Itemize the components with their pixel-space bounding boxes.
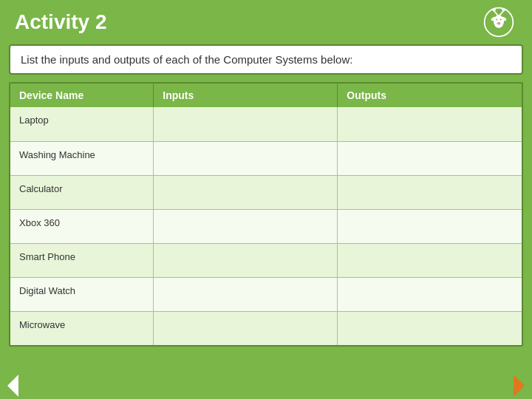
main-content: List the inputs and outputs of each of t… [0, 44, 532, 372]
table-row: Digital Watch [10, 277, 522, 311]
col-header-device: Device Name [10, 83, 154, 107]
prev-button[interactable] [7, 375, 30, 397]
col-header-outputs: Outputs [338, 83, 522, 107]
table-row: Xbox 360 [10, 209, 522, 243]
cell-outputs[interactable] [338, 175, 522, 209]
table-container: Device Name Inputs Outputs LaptopWashing… [9, 82, 523, 347]
header: Activity 2 [0, 0, 532, 44]
cell-inputs[interactable] [154, 311, 338, 345]
table-row: Calculator [10, 175, 522, 209]
next-button[interactable] [502, 375, 525, 397]
cell-inputs[interactable] [154, 175, 338, 209]
instruction-box: List the inputs and outputs of each of t… [9, 44, 523, 75]
instruction-text: List the inputs and outputs of each of t… [21, 53, 352, 66]
table-row: Microwave [10, 311, 522, 345]
cell-device: Xbox 360 [10, 209, 154, 243]
table-header-row: Device Name Inputs Outputs [10, 83, 522, 107]
svg-point-11 [500, 18, 502, 20]
cell-inputs[interactable] [154, 141, 338, 175]
cell-device: Washing Machine [10, 141, 154, 175]
footer [0, 372, 532, 399]
svg-point-12 [497, 22, 500, 25]
table-row: Washing Machine [10, 141, 522, 175]
cell-outputs[interactable] [338, 107, 522, 141]
cell-outputs[interactable] [338, 141, 522, 175]
cell-device: Laptop [10, 107, 154, 141]
col-header-inputs: Inputs [154, 83, 338, 107]
deer-icon [482, 6, 515, 38]
cell-outputs[interactable] [338, 311, 522, 345]
logo [480, 4, 517, 41]
cell-device: Microwave [10, 311, 154, 345]
cell-outputs[interactable] [338, 277, 522, 311]
activity-table: Device Name Inputs Outputs LaptopWashing… [10, 83, 522, 345]
cell-inputs[interactable] [154, 277, 338, 311]
cell-outputs[interactable] [338, 243, 522, 277]
cell-device: Smart Phone [10, 243, 154, 277]
cell-outputs[interactable] [338, 209, 522, 243]
svg-point-10 [496, 18, 497, 20]
cell-device: Calculator [10, 175, 154, 209]
cell-device: Digital Watch [10, 277, 154, 311]
table-row: Laptop [10, 107, 522, 141]
page-title: Activity 2 [15, 10, 107, 34]
cell-inputs[interactable] [154, 107, 338, 141]
table-row: Smart Phone [10, 243, 522, 277]
cell-inputs[interactable] [154, 243, 338, 277]
svg-point-9 [494, 15, 504, 28]
cell-inputs[interactable] [154, 209, 338, 243]
